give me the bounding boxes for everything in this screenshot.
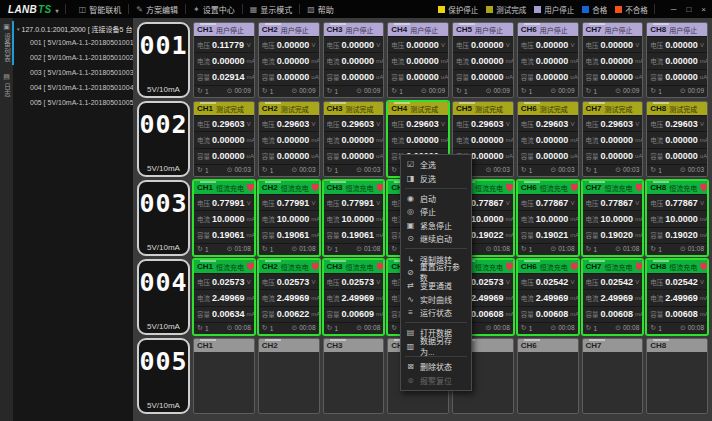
channel-card-002-CH8[interactable]: CH8测试完成电压0.29603V电流0.00000mA容量0.00000uAh… — [646, 101, 708, 177]
channel-card-004-CH8[interactable]: CH8恒流充电电压0.02542V电流2.49969mA容量0.00608mAh… — [646, 259, 708, 335]
channel-card-001-CH1[interactable]: CH1用户停止电压0.11779V电流0.00000mA容量0.02914mAh… — [193, 22, 255, 98]
field-label: 电流 — [586, 135, 599, 145]
channel-card-005-CH3[interactable]: CH3 — [323, 338, 385, 414]
channel-card-005-CH6[interactable]: CH6 — [517, 338, 579, 414]
context-menu-item-label: 停止 — [420, 206, 436, 217]
protection-shield-icon — [377, 184, 384, 192]
menu-settings-center[interactable]: ✦设置中心 — [186, 0, 242, 18]
loop-count: 1 — [529, 325, 533, 332]
context-menu-item-delete-status[interactable]: ⊠删除状态 — [401, 360, 471, 373]
context-menu-item-reset-run-params[interactable]: ⊘重置运行参数 — [401, 266, 471, 279]
device-panel-001[interactable]: 0015V/10mA — [137, 22, 190, 98]
channel-card-001-CH4[interactable]: CH4用户停止电压0.00000V电流0.00000mA容量0.00000uAh… — [387, 22, 449, 98]
side-tab-device-list[interactable]: ▣设备列表 — [2, 21, 12, 65]
channel-label: CH8 — [650, 183, 666, 192]
context-menu-item-realtime-curve[interactable]: ∿实时曲线 — [401, 293, 471, 306]
channel-card-004-CH3[interactable]: CH3恒流充电电压0.02573V电流2.49969mA容量0.00609mAh… — [323, 259, 385, 335]
channel-card-004-CH2[interactable]: CH2恒流充电电压0.02573V电流2.49969mA容量0.00622mAh… — [258, 259, 320, 335]
field-value: 0.00000 — [406, 56, 439, 66]
field-value: 0.00608 — [601, 309, 634, 319]
field-label: 容量 — [521, 230, 534, 240]
field-value: 0.29603 — [601, 119, 634, 129]
context-menu-item-select-all[interactable]: ☑全选 — [401, 158, 471, 171]
menu-smart-connect[interactable]: ◫智能联机 — [72, 0, 129, 18]
field-label: 电流 — [262, 293, 275, 303]
channel-card-001-CH8[interactable]: CH8用户停止电压0.00000V电流0.00000mA容量0.00000uAh… — [646, 22, 708, 98]
channel-card-004-CH1[interactable]: CH1恒流充电电压0.02573V电流2.49969mA容量0.00634mAh… — [193, 259, 255, 335]
channel-card-005-CH8[interactable]: CH8 — [646, 338, 708, 414]
context-menu-item-resume-start[interactable]: ⊙继续启动 — [401, 232, 471, 245]
channel-status-label: 用户停止 — [605, 25, 633, 35]
context-menu-item-run-status[interactable]: ≡运行状态 — [401, 306, 471, 319]
field-value: 0.02542 — [601, 277, 634, 287]
device-spec-label: 5V/10mA — [147, 401, 180, 410]
field-unit: mA — [441, 137, 448, 143]
device-panel-005[interactable]: 0055V/10mA — [137, 338, 190, 414]
field-label: 电流 — [327, 135, 340, 145]
channel-card-001-CH6[interactable]: CH6用户停止电压0.00000V电流0.00000mA容量0.00000uAh… — [517, 22, 579, 98]
channel-card-003-CH6[interactable]: CH6恒流充电电压0.77867V电流10.0000mA容量0.19021mAh… — [517, 180, 579, 256]
channel-card-001-CH5[interactable]: CH5用户停止电压0.00000V电流0.00000mA容量0.00000uAh… — [452, 22, 514, 98]
field-value: 0.19021 — [536, 230, 569, 240]
channel-card-001-CH7[interactable]: CH7用户停止电压0.00000V电流0.00000mA容量0.00000uAh… — [582, 22, 644, 98]
channel-card-002-CH1[interactable]: CH1测试完成电压0.29603V电流0.00000mA容量0.00000uAh… — [193, 101, 255, 177]
context-menu-item-invert-selection[interactable]: ◨反选 — [401, 171, 471, 184]
field-unit: V — [700, 121, 704, 127]
app-logo[interactable]: LANB TS ▾ — [8, 4, 59, 15]
tree-node-device-4[interactable]: 004 [ 5V/10mA-1.1-20180501004 ] — [17, 80, 133, 95]
channel-card-004-CH6[interactable]: CH6恒流充电电压0.02542V电流2.49969mA容量0.00608mAh… — [517, 259, 579, 335]
channel-card-001-CH3[interactable]: CH3用户停止电压0.00000V电流0.00000mA容量0.00000uAh… — [323, 22, 385, 98]
tree-root-node[interactable]: ▾ 127.0.0.1:2001,2000 [ 连接设备5 台 ] — [17, 22, 133, 35]
menu-plan-edit[interactable]: ✎方案编辑 — [129, 0, 185, 18]
menu-display-mode[interactable]: ▦显示模式 — [243, 0, 300, 18]
channel-card-005-CH2[interactable]: CH2 — [258, 338, 320, 414]
channel-card-003-CH7[interactable]: CH7恒流充电电压0.77867V电流10.0000mA容量0.19020mAh… — [582, 180, 644, 256]
tree-node-device-5[interactable]: 005 [ 5V/10mA-1.1-20180501005 ] — [17, 95, 133, 110]
device-panel-003[interactable]: 0035V/10mA — [137, 180, 190, 256]
window-controls: ─□× — [671, 5, 706, 14]
channel-card-002-CH3[interactable]: CH3测试完成电压0.29603V电流0.00000mA容量0.00000uAh… — [323, 101, 385, 177]
channel-card-004-CH7[interactable]: CH7恒流充电电压0.02542V电流2.49969mA容量0.00608mAh… — [582, 259, 644, 335]
context-menu-item-start[interactable]: ◉启动 — [401, 192, 471, 205]
side-tab-log[interactable]: ▤日志 — [2, 71, 12, 100]
device-panel-004[interactable]: 0045V/10mA — [137, 259, 190, 335]
tree-node-device-3[interactable]: 003 [ 5V/10mA-1.1-20180501003 ] — [17, 65, 133, 80]
channel-card-002-CH7[interactable]: CH7测试完成电压0.29603V电流0.00000mA容量0.00000uAh… — [582, 101, 644, 177]
context-menu-item-stop[interactable]: ◎停止 — [401, 205, 471, 218]
channel-card-003-CH8[interactable]: CH8恒流充电电压0.77867V电流10.0000mA容量0.19020mAh… — [646, 180, 708, 256]
channel-card-005-CH7[interactable]: CH7 — [582, 338, 644, 414]
channel-card-002-CH6[interactable]: CH6测试完成电压0.29603V电流0.00000mA容量0.00000uAh… — [517, 101, 579, 177]
channel-footer: ↻1⊙ 00:03 — [518, 164, 578, 176]
channel-card-003-CH2[interactable]: CH2恒流充电电压0.77991V电流10.0000mA容量0.19061mAh… — [258, 180, 320, 256]
channel-card-002-CH2[interactable]: CH2测试完成电压0.29603V电流0.00000mA容量0.00000uAh… — [258, 101, 320, 177]
elapsed-time: ⊙ 00:03 — [486, 166, 510, 174]
close-button[interactable]: × — [701, 5, 706, 14]
field-value: 0.00000 — [471, 151, 504, 161]
field-value: 2.49969 — [471, 293, 504, 303]
loop-icon: ↻ — [586, 87, 592, 95]
channel-card-005-CH1[interactable]: CH1 — [193, 338, 255, 414]
device-list-icon: ▣ — [3, 23, 10, 31]
loop-icon: ↻ — [391, 87, 397, 95]
tree-node-device-1[interactable]: 001 [ 5V/10mA-1.1-20180501001 ] — [17, 35, 133, 50]
channel-card-003-CH1[interactable]: CH1恒流充电电压0.77991V电流10.0000mA容量0.19061mAh… — [193, 180, 255, 256]
menu-help[interactable]: ▧帮助 — [300, 0, 341, 18]
field-unit: V — [376, 42, 380, 48]
channel-voltage-row: 电压0.29603V — [388, 115, 448, 131]
protection-shield-icon — [700, 263, 707, 271]
field-unit: uAh — [635, 74, 642, 80]
channel-voltage-row: 电压0.00000V — [518, 36, 578, 52]
context-menu-item-emergency-stop[interactable]: ▣紧急停止 — [401, 219, 471, 232]
maximize-button[interactable]: □ — [686, 5, 691, 14]
tree-collapse-icon[interactable]: ▾ — [17, 26, 20, 32]
elapsed-time: ⊙ 00:09 — [421, 87, 445, 95]
channel-card-003-CH3[interactable]: CH3恒流充电电压0.77991V电流10.0000mA容量0.19061mAh… — [323, 180, 385, 256]
menu-plan-edit-label: 方案编辑 — [146, 4, 178, 15]
field-unit: mAh — [376, 311, 383, 317]
device-panel-002[interactable]: 0025V/10mA — [137, 101, 190, 177]
channel-card-001-CH2[interactable]: CH2用户停止电压0.00000V电流0.00000mA容量0.00000uAh… — [258, 22, 320, 98]
context-menu-item-alarm-reset[interactable]: ⊗报警复位 — [401, 373, 471, 386]
context-menu-item-save-data-as[interactable]: ▥数据另存为... — [401, 340, 471, 353]
minimize-button[interactable]: ─ — [671, 5, 677, 14]
tree-node-device-2[interactable]: 002 [ 5V/10mA-1.1-20180501002 ] — [17, 50, 133, 65]
